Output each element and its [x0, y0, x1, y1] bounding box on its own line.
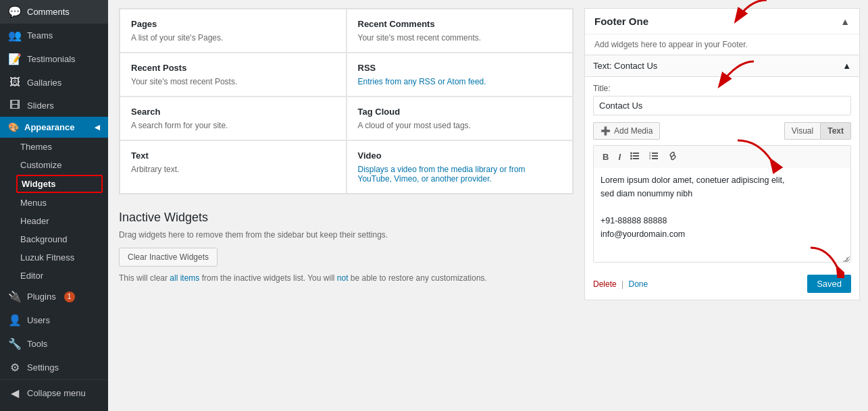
sidebar-item-collapse[interactable]: ◀ Collapse menu: [0, 379, 108, 405]
widget-cell-recent-comments[interactable]: Recent Comments Your site's most recent …: [347, 9, 573, 53]
users-icon: 👤: [8, 314, 22, 327]
sidebar-label-testimonials: Testimonials: [27, 54, 76, 64]
svg-rect-7: [652, 155, 658, 157]
svg-point-5: [630, 158, 632, 160]
appearance-label: Appearance: [24, 122, 74, 132]
widget-title-tag-cloud: Tag Cloud: [358, 107, 562, 117]
sidebar-label-galleries: Gallaries: [27, 78, 61, 88]
sidebar-item-galleries[interactable]: 🖼 Gallaries: [0, 71, 108, 94]
footer-one-chevron: ▲: [840, 16, 850, 27]
widget-cell-rss[interactable]: RSS Entries from any RSS or Atom feed.: [347, 53, 573, 97]
widget-cell-search[interactable]: Search A search form for your site.: [120, 97, 347, 140]
settings-icon: ⚙: [8, 361, 22, 374]
unordered-list-icon: [630, 151, 640, 161]
widget-desc-video: Displays a video from the media library …: [358, 165, 562, 184]
add-media-label: Add Media: [614, 126, 653, 136]
widget-title-text: Text: [131, 150, 335, 161]
widget-desc-tag-cloud: A cloud of your most used tags.: [358, 121, 562, 130]
sidebar-label-users: Users: [27, 315, 50, 325]
ul-button[interactable]: [627, 150, 643, 164]
arrow-title-field: [707, 58, 761, 95]
sidebar-item-users[interactable]: 👤 Users: [0, 308, 108, 332]
arrow-toolbar: [731, 137, 785, 177]
sidebar-item-comments[interactable]: 💬 Comments: [0, 0, 108, 24]
editor-content: Lorem ipsum dolor amet, conetuer adipisc…: [601, 173, 844, 241]
comments-icon: 💬: [8, 5, 22, 18]
title-input[interactable]: [593, 96, 851, 115]
sidebar-item-customize[interactable]: Customize: [0, 156, 108, 174]
visual-text-buttons: Visual Text: [784, 122, 851, 140]
widget-title-recent-posts: Recent Posts: [131, 63, 335, 73]
sidebar-item-background[interactable]: Background: [0, 230, 108, 248]
add-media-button[interactable]: ➕ Add Media: [593, 122, 660, 140]
widget-title-rss: RSS: [358, 63, 562, 73]
svg-rect-8: [652, 158, 658, 159]
sidebar-item-widgets[interactable]: Widgets: [16, 175, 103, 193]
sidebar-item-testimonials[interactable]: 📝 Testimonials: [0, 47, 108, 71]
done-link[interactable]: Done: [629, 279, 648, 289]
sidebar-item-themes[interactable]: Themes: [0, 138, 108, 156]
link-icon: [668, 151, 678, 161]
footer-panel: Footer One ▲ Add widgets here to appear …: [584, 0, 868, 411]
sidebar-item-menus[interactable]: Menus: [0, 194, 108, 212]
widget-cell-recent-posts[interactable]: Recent Posts Your site's most recent Pos…: [120, 53, 347, 97]
delete-done-links: Delete | Done: [593, 279, 648, 289]
arrow-footer-one: [719, 0, 773, 37]
sidebar-label-collapse: Collapse menu: [27, 388, 86, 398]
arrow-save-button: [804, 244, 844, 278]
widget-list: Pages A list of your site's Pages. Recen…: [108, 0, 584, 411]
sliders-icon: 🎞: [8, 99, 22, 111]
bold-button[interactable]: B: [599, 150, 612, 163]
content-area: Pages A list of your site's Pages. Recen…: [108, 0, 868, 411]
sidebar-label-settings: Settings: [27, 362, 59, 373]
sidebar-item-settings[interactable]: ⚙ Settings: [0, 356, 108, 379]
ol-button[interactable]: 123: [646, 150, 662, 164]
widget-desc-search: A search form for your site.: [131, 121, 335, 130]
text-widget-chevron: ▲: [842, 61, 851, 71]
sidebar-item-luzuk-fitness[interactable]: Luzuk Fitness: [0, 248, 108, 267]
inactive-widgets-desc: Drag widgets here to remove them from th…: [119, 230, 573, 240]
italic-button[interactable]: I: [615, 150, 624, 163]
teams-icon: 👥: [8, 29, 22, 42]
widget-title-video: Video: [358, 150, 562, 161]
delete-link[interactable]: Delete: [593, 279, 617, 289]
footer-one-title: Footer One: [594, 16, 648, 27]
text-mode-button[interactable]: Text: [820, 122, 851, 140]
sidebar-item-teams[interactable]: 👥 Teams: [0, 24, 108, 47]
sidebar-label-comments: Comments: [27, 7, 70, 17]
sidebar-label-teams: Teams: [27, 30, 53, 40]
sidebar-item-header[interactable]: Header: [0, 212, 108, 230]
sidebar-item-sliders[interactable]: 🎞 Sliders: [0, 94, 108, 117]
inactive-widgets-title: Inactive Widgets: [119, 211, 573, 225]
sidebar-label-sliders: Sliders: [27, 101, 54, 111]
widget-cell-pages[interactable]: Pages A list of your site's Pages.: [120, 9, 347, 53]
svg-point-3: [630, 153, 632, 155]
widget-desc-recent-posts: Your site's most recent Posts.: [131, 77, 335, 86]
widget-cell-tag-cloud[interactable]: Tag Cloud A cloud of your most used tags…: [347, 97, 573, 140]
svg-rect-1: [633, 155, 639, 157]
widget-grid: Pages A list of your site's Pages. Recen…: [119, 8, 573, 194]
svg-rect-6: [652, 153, 658, 154]
sidebar-item-plugins[interactable]: 🔌 Plugins 1: [0, 285, 108, 308]
visual-button[interactable]: Visual: [784, 122, 820, 140]
plugins-icon: 🔌: [8, 290, 22, 303]
collapse-icon: ◀: [8, 387, 22, 400]
widget-cell-text[interactable]: Text Arbitrary text.: [120, 140, 347, 194]
svg-point-4: [630, 155, 632, 157]
link-button[interactable]: [665, 150, 681, 164]
galleries-icon: 🖼: [8, 76, 22, 88]
widget-cell-video[interactable]: Video Displays a video from the media li…: [347, 140, 573, 194]
footer-one-box: Footer One ▲ Add widgets here to appear …: [584, 8, 860, 300]
widget-title-recent-comments: Recent Comments: [358, 19, 562, 29]
clear-inactive-button[interactable]: Clear Inactive Widgets: [119, 248, 218, 267]
tools-icon: 🔧: [8, 337, 22, 350]
sidebar-item-editor[interactable]: Editor: [0, 267, 108, 285]
inactive-widgets-section: Inactive Widgets Drag widgets here to re…: [119, 211, 573, 283]
appearance-section[interactable]: 🎨 Appearance ◀: [0, 117, 108, 138]
text-widget-header-label: Text: Contact Us: [593, 61, 657, 71]
sidebar-label-tools: Tools: [27, 339, 47, 349]
text-widget-body: Title: ➕ Add Media Visual Text: [585, 77, 859, 300]
sidebar-item-tools[interactable]: 🔧 Tools: [0, 332, 108, 356]
widget-desc-text: Arbitrary text.: [131, 165, 335, 174]
warning-text: This will clear all items from the inact…: [119, 273, 573, 283]
